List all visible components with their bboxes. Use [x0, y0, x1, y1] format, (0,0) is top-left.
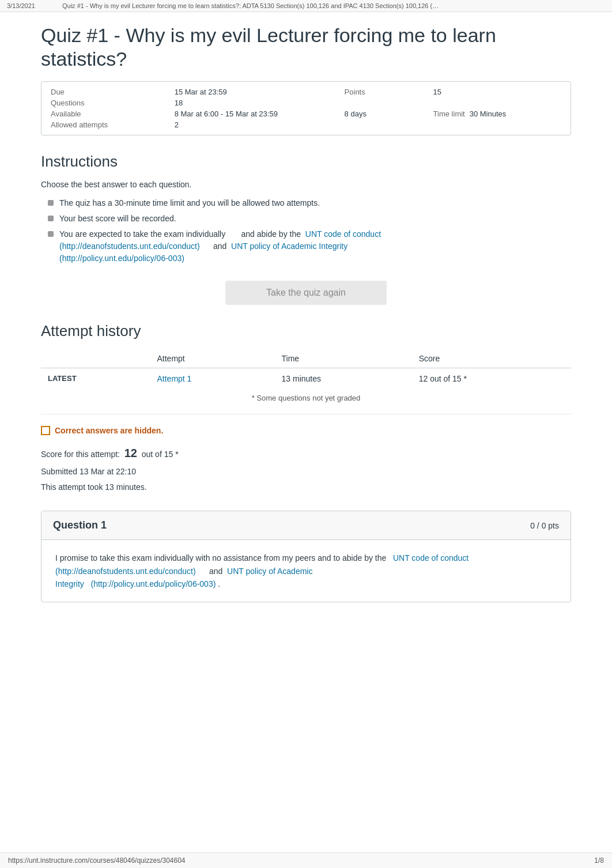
score-number: 12 [124, 447, 137, 459]
allowed-label: Allowed attempts [51, 120, 163, 129]
bullet-dot-2 [48, 216, 54, 221]
browser-title: Quiz #1 - Why is my evil Lecturer forcin… [62, 2, 605, 9]
bullet-dot-3 [48, 231, 54, 237]
some-questions-note: * Some questions not yet graded [41, 394, 571, 402]
meta-table: Due 15 Mar at 23:59 Points 15 Questions … [41, 81, 571, 135]
available-label: Available [51, 110, 163, 118]
col-attempt-header: Attempt [150, 349, 274, 368]
conduct-paren: (http://deanofstudents.unt.edu/conduct) [59, 241, 200, 251]
take-quiz-button[interactable]: Take the quiz again [225, 281, 387, 305]
attempt-1-link[interactable]: Attempt 1 [157, 374, 191, 383]
instructions-intro: Choose the best answer to each question. [41, 180, 571, 189]
score-label: Score for this attempt: [41, 450, 120, 459]
attempt-score-cell: 12 out of 15 * [412, 368, 571, 389]
bullet-text-3: You are expected to take the exam indivi… [59, 228, 381, 265]
questions-value: 18 [175, 99, 333, 107]
time-limit-label: Time limit 30 Minutes [433, 110, 561, 118]
col-time-header: Time [275, 349, 412, 368]
bullet-dot-1 [48, 200, 54, 206]
bullet-text-2: Your best score will be recorded. [59, 213, 176, 225]
latest-label: LATEST [41, 368, 150, 389]
question-1-body: I promise to take this exam individually… [41, 540, 571, 602]
attempt-row: LATEST Attempt 1 13 minutes 12 out of 15… [41, 368, 571, 389]
bullet-text-1: The quiz has a 30-minute time limit and … [59, 197, 320, 209]
days-value: 8 days [345, 110, 422, 118]
question-1-header: Question 1 0 / 0 pts [41, 511, 571, 540]
attempt-table: Attempt Time Score LATEST Attempt 1 13 m… [41, 349, 571, 389]
q1-integrity-link2[interactable]: Integrity [55, 579, 84, 588]
due-label: Due [51, 88, 163, 96]
took-text: This attempt took 13 minutes. [41, 481, 571, 495]
attempt-time-cell: 13 minutes [275, 368, 412, 389]
bullet-item-1: The quiz has a 30-minute time limit and … [48, 197, 571, 209]
browser-date: 3/13/2021 [7, 2, 53, 9]
attempt-info: Score for this attempt: 12 out of 15 * [41, 443, 571, 463]
browser-bar: 3/13/2021 Quiz #1 - Why is my evil Lectu… [0, 0, 612, 12]
questions-label: Questions [51, 99, 163, 107]
conduct-link-instructions[interactable]: UNT code of conduct [305, 229, 381, 239]
submitted-text: Submitted 13 Mar at 22:10 [41, 465, 571, 479]
q1-conduct-link[interactable]: UNT code of conduct [393, 553, 469, 563]
bullet-item-2: Your best score will be recorded. [48, 213, 571, 225]
attempt-history-title: Attempt history [41, 322, 571, 340]
instructions-bullets: The quiz has a 30-minute time limit and … [48, 197, 571, 265]
attempt-link-cell[interactable]: Attempt 1 [150, 368, 274, 389]
question-1-pts: 0 / 0 pts [530, 521, 559, 530]
col-empty [41, 349, 150, 368]
q1-period: . [218, 579, 220, 588]
correct-answers-text: Correct answers are hidden. [55, 426, 163, 435]
points-label: Points [345, 88, 422, 96]
score-suffix: out of 15 * [142, 450, 179, 459]
integrity-paren: (http://policy.unt.edu/policy/06-003) [59, 254, 184, 263]
col-score-header: Score [412, 349, 571, 368]
instructions-title: Instructions [41, 153, 571, 171]
points-value: 15 [433, 88, 561, 96]
correct-answers-box: Correct answers are hidden. [41, 426, 571, 435]
bullet-item-3: You are expected to take the exam indivi… [48, 228, 571, 265]
question-1-card: Question 1 0 / 0 pts I promise to take t… [41, 511, 571, 602]
integrity-link-instructions[interactable]: UNT policy of Academic Integrity [231, 241, 347, 251]
divider-1 [41, 414, 571, 414]
page-title: Quiz #1 - Why is my evil Lecturer forcin… [41, 24, 571, 71]
correct-answers-icon [41, 426, 50, 435]
due-value: 15 Mar at 23:59 [175, 88, 333, 96]
question-1-title: Question 1 [53, 519, 107, 531]
available-value: 8 Mar at 6:00 - 15 Mar at 23:59 [175, 110, 333, 118]
attempt-history-section: Attempt history Attempt Time Score LATES… [41, 322, 571, 402]
allowed-value: 2 [175, 120, 333, 129]
q1-conduct-paren: (http://deanofstudents.unt.edu/conduct) [55, 567, 196, 576]
time-limit-value: 30 Minutes [470, 110, 507, 118]
q1-integrity-paren: (http://policy.unt.edu/policy/06-003) [90, 579, 216, 588]
question-1-text: I promise to take this exam individually… [55, 552, 557, 590]
q1-integrity-link[interactable]: UNT policy of Academic [227, 567, 312, 576]
